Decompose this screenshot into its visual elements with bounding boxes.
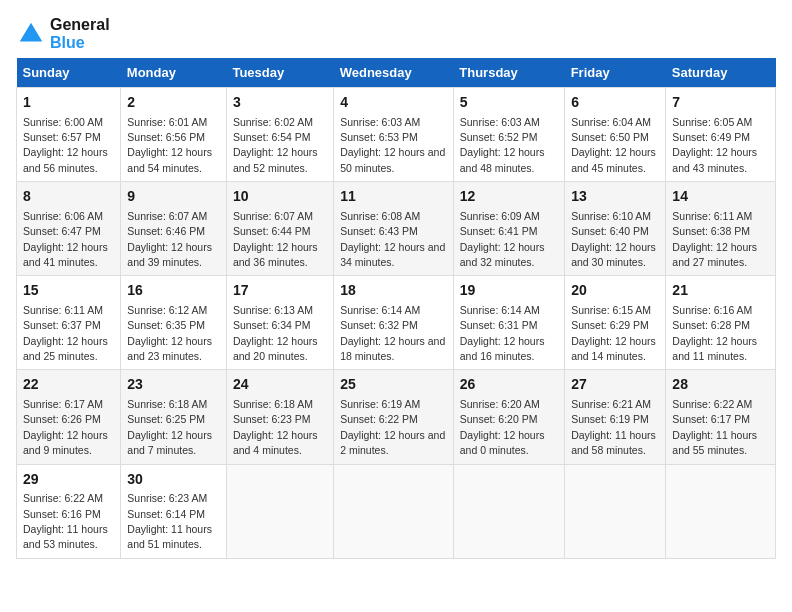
sunrise-info: Sunrise: 6:09 AM <box>460 210 540 222</box>
daylight-info: Daylight: 12 hours and 34 minutes. <box>340 241 445 268</box>
sunset-info: Sunset: 6:44 PM <box>233 225 311 237</box>
calendar-cell: 6 Sunrise: 6:04 AM Sunset: 6:50 PM Dayli… <box>565 88 666 182</box>
sunrise-info: Sunrise: 6:06 AM <box>23 210 103 222</box>
day-number: 25 <box>340 375 447 395</box>
sunset-info: Sunset: 6:29 PM <box>571 319 649 331</box>
weekday-header-saturday: Saturday <box>666 58 776 88</box>
day-number: 27 <box>571 375 659 395</box>
sunrise-info: Sunrise: 6:23 AM <box>127 492 207 504</box>
calendar-cell: 8 Sunrise: 6:06 AM Sunset: 6:47 PM Dayli… <box>17 182 121 276</box>
calendar-cell: 19 Sunrise: 6:14 AM Sunset: 6:31 PM Dayl… <box>453 276 564 370</box>
day-number: 10 <box>233 187 327 207</box>
calendar-cell: 26 Sunrise: 6:20 AM Sunset: 6:20 PM Dayl… <box>453 370 564 464</box>
day-number: 12 <box>460 187 558 207</box>
sunrise-info: Sunrise: 6:03 AM <box>340 116 420 128</box>
calendar-cell: 27 Sunrise: 6:21 AM Sunset: 6:19 PM Dayl… <box>565 370 666 464</box>
day-number: 22 <box>23 375 114 395</box>
calendar-cell <box>565 464 666 558</box>
weekday-header-tuesday: Tuesday <box>226 58 333 88</box>
calendar-cell: 20 Sunrise: 6:15 AM Sunset: 6:29 PM Dayl… <box>565 276 666 370</box>
day-number: 5 <box>460 93 558 113</box>
sunrise-info: Sunrise: 6:11 AM <box>23 304 103 316</box>
sunrise-info: Sunrise: 6:18 AM <box>233 398 313 410</box>
calendar-week-row: 8 Sunrise: 6:06 AM Sunset: 6:47 PM Dayli… <box>17 182 776 276</box>
day-number: 7 <box>672 93 769 113</box>
sunset-info: Sunset: 6:31 PM <box>460 319 538 331</box>
daylight-info: Daylight: 12 hours and 56 minutes. <box>23 146 108 173</box>
daylight-info: Daylight: 12 hours and 0 minutes. <box>460 429 545 456</box>
sunset-info: Sunset: 6:49 PM <box>672 131 750 143</box>
weekday-header-wednesday: Wednesday <box>334 58 454 88</box>
calendar-week-row: 1 Sunrise: 6:00 AM Sunset: 6:57 PM Dayli… <box>17 88 776 182</box>
daylight-info: Daylight: 12 hours and 23 minutes. <box>127 335 212 362</box>
day-number: 8 <box>23 187 114 207</box>
sunrise-info: Sunrise: 6:10 AM <box>571 210 651 222</box>
daylight-info: Daylight: 11 hours and 51 minutes. <box>127 523 212 550</box>
day-number: 13 <box>571 187 659 207</box>
sunrise-info: Sunrise: 6:21 AM <box>571 398 651 410</box>
daylight-info: Daylight: 12 hours and 18 minutes. <box>340 335 445 362</box>
weekday-header-thursday: Thursday <box>453 58 564 88</box>
calendar-body: 1 Sunrise: 6:00 AM Sunset: 6:57 PM Dayli… <box>17 88 776 559</box>
sunset-info: Sunset: 6:37 PM <box>23 319 101 331</box>
day-number: 19 <box>460 281 558 301</box>
sunrise-info: Sunrise: 6:22 AM <box>672 398 752 410</box>
calendar-week-row: 22 Sunrise: 6:17 AM Sunset: 6:26 PM Dayl… <box>17 370 776 464</box>
daylight-info: Daylight: 12 hours and 52 minutes. <box>233 146 318 173</box>
daylight-info: Daylight: 12 hours and 36 minutes. <box>233 241 318 268</box>
sunrise-info: Sunrise: 6:14 AM <box>340 304 420 316</box>
calendar-cell: 18 Sunrise: 6:14 AM Sunset: 6:32 PM Dayl… <box>334 276 454 370</box>
calendar-cell: 2 Sunrise: 6:01 AM Sunset: 6:56 PM Dayli… <box>121 88 227 182</box>
sunrise-info: Sunrise: 6:13 AM <box>233 304 313 316</box>
sunset-info: Sunset: 6:20 PM <box>460 413 538 425</box>
sunset-info: Sunset: 6:16 PM <box>23 508 101 520</box>
day-number: 4 <box>340 93 447 113</box>
calendar-cell: 1 Sunrise: 6:00 AM Sunset: 6:57 PM Dayli… <box>17 88 121 182</box>
day-number: 3 <box>233 93 327 113</box>
sunset-info: Sunset: 6:26 PM <box>23 413 101 425</box>
header: General Blue <box>16 16 776 52</box>
svg-marker-0 <box>20 23 43 42</box>
daylight-info: Daylight: 12 hours and 48 minutes. <box>460 146 545 173</box>
daylight-info: Daylight: 11 hours and 58 minutes. <box>571 429 656 456</box>
daylight-info: Daylight: 12 hours and 41 minutes. <box>23 241 108 268</box>
sunset-info: Sunset: 6:17 PM <box>672 413 750 425</box>
day-number: 6 <box>571 93 659 113</box>
calendar-cell <box>453 464 564 558</box>
daylight-info: Daylight: 12 hours and 7 minutes. <box>127 429 212 456</box>
calendar-cell: 12 Sunrise: 6:09 AM Sunset: 6:41 PM Dayl… <box>453 182 564 276</box>
calendar-cell: 5 Sunrise: 6:03 AM Sunset: 6:52 PM Dayli… <box>453 88 564 182</box>
sunrise-info: Sunrise: 6:01 AM <box>127 116 207 128</box>
weekday-header-row: SundayMondayTuesdayWednesdayThursdayFrid… <box>17 58 776 88</box>
calendar-cell: 11 Sunrise: 6:08 AM Sunset: 6:43 PM Dayl… <box>334 182 454 276</box>
daylight-info: Daylight: 12 hours and 45 minutes. <box>571 146 656 173</box>
day-number: 24 <box>233 375 327 395</box>
daylight-info: Daylight: 12 hours and 20 minutes. <box>233 335 318 362</box>
day-number: 28 <box>672 375 769 395</box>
sunset-info: Sunset: 6:40 PM <box>571 225 649 237</box>
sunset-info: Sunset: 6:46 PM <box>127 225 205 237</box>
day-number: 15 <box>23 281 114 301</box>
sunrise-info: Sunrise: 6:20 AM <box>460 398 540 410</box>
sunset-info: Sunset: 6:56 PM <box>127 131 205 143</box>
sunrise-info: Sunrise: 6:08 AM <box>340 210 420 222</box>
calendar-cell: 10 Sunrise: 6:07 AM Sunset: 6:44 PM Dayl… <box>226 182 333 276</box>
sunrise-info: Sunrise: 6:07 AM <box>127 210 207 222</box>
sunrise-info: Sunrise: 6:04 AM <box>571 116 651 128</box>
calendar-cell: 22 Sunrise: 6:17 AM Sunset: 6:26 PM Dayl… <box>17 370 121 464</box>
sunset-info: Sunset: 6:43 PM <box>340 225 418 237</box>
calendar-cell: 15 Sunrise: 6:11 AM Sunset: 6:37 PM Dayl… <box>17 276 121 370</box>
daylight-info: Daylight: 12 hours and 30 minutes. <box>571 241 656 268</box>
sunset-info: Sunset: 6:57 PM <box>23 131 101 143</box>
calendar-cell: 16 Sunrise: 6:12 AM Sunset: 6:35 PM Dayl… <box>121 276 227 370</box>
daylight-info: Daylight: 12 hours and 43 minutes. <box>672 146 757 173</box>
calendar-cell <box>334 464 454 558</box>
calendar-cell: 13 Sunrise: 6:10 AM Sunset: 6:40 PM Dayl… <box>565 182 666 276</box>
sunset-info: Sunset: 6:50 PM <box>571 131 649 143</box>
weekday-header-monday: Monday <box>121 58 227 88</box>
calendar-cell: 9 Sunrise: 6:07 AM Sunset: 6:46 PM Dayli… <box>121 182 227 276</box>
sunset-info: Sunset: 6:54 PM <box>233 131 311 143</box>
day-number: 29 <box>23 470 114 490</box>
day-number: 23 <box>127 375 220 395</box>
sunset-info: Sunset: 6:14 PM <box>127 508 205 520</box>
